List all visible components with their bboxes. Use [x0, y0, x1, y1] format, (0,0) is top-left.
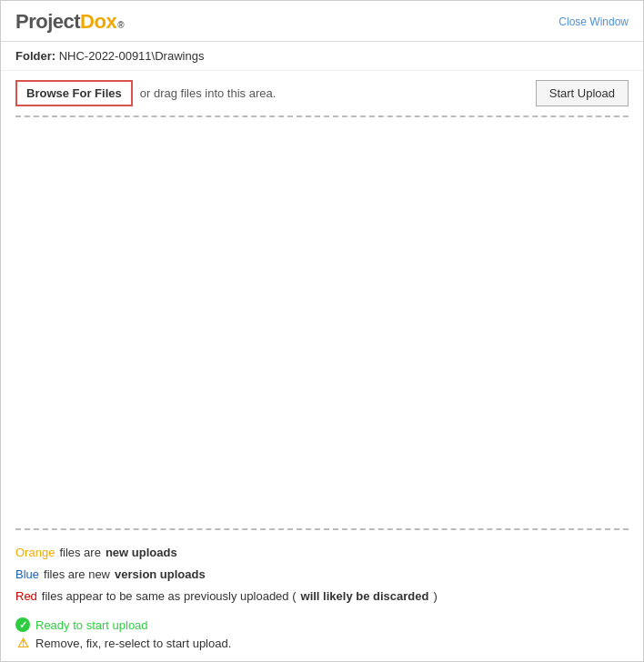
logo-registered: ®: [117, 20, 124, 30]
drag-hint-text: or drag files into this area.: [140, 86, 277, 100]
toolbar-left: Browse For Files or drag files into this…: [15, 80, 276, 106]
legend-blue-bold: version uploads: [115, 565, 206, 585]
status-warn-row: ⚠ Remove, fix, re-select to start upload…: [1, 634, 643, 652]
warn-status-text: Remove, fix, re-select to start upload.: [35, 637, 231, 650]
legend-red-row: Red files appear to be same as previousl…: [15, 587, 629, 607]
logo-project-text: Project: [15, 10, 80, 34]
legend-red-end: ): [433, 587, 437, 607]
header: ProjectDox® Close Window: [1, 1, 643, 42]
upload-window: ProjectDox® Close Window Folder: NHC-202…: [0, 0, 644, 662]
browse-for-files-button[interactable]: Browse For Files: [15, 80, 133, 106]
legend-blue-label: Blue: [15, 565, 39, 585]
bottom-status: ✓ Ready to start upload ⚠ Remove, fix, r…: [1, 616, 643, 661]
legend-blue-row: Blue files are new version uploads: [15, 565, 629, 585]
check-icon: ✓: [15, 617, 30, 632]
file-drop-area[interactable]: [15, 115, 629, 530]
logo: ProjectDox®: [15, 10, 124, 34]
legend: Orange files are new uploads Blue files …: [1, 530, 643, 616]
close-window-link[interactable]: Close Window: [558, 15, 629, 28]
toolbar: Browse For Files or drag files into this…: [1, 71, 643, 115]
folder-label: Folder:: [15, 49, 55, 63]
legend-red-desc: files appear to be same as previously up…: [42, 587, 297, 607]
legend-orange-label: Orange: [15, 543, 55, 563]
legend-orange-bold: new uploads: [106, 543, 177, 563]
folder-path: NHC-2022-00911\Drawings: [59, 49, 205, 63]
ready-status-text: Ready to start upload: [35, 618, 148, 632]
start-upload-button[interactable]: Start Upload: [536, 80, 629, 106]
logo-dox-text: Dox: [80, 10, 116, 34]
status-ready-row: ✓ Ready to start upload: [1, 616, 643, 634]
warn-icon: ⚠: [15, 636, 30, 650]
legend-orange-row: Orange files are new uploads: [15, 543, 629, 563]
legend-orange-desc: files are: [59, 543, 101, 563]
legend-blue-desc: files are new: [44, 565, 110, 585]
folder-bar: Folder: NHC-2022-00911\Drawings: [1, 42, 643, 71]
legend-red-bold: will likely be discarded: [301, 587, 429, 607]
legend-red-label: Red: [15, 587, 37, 607]
